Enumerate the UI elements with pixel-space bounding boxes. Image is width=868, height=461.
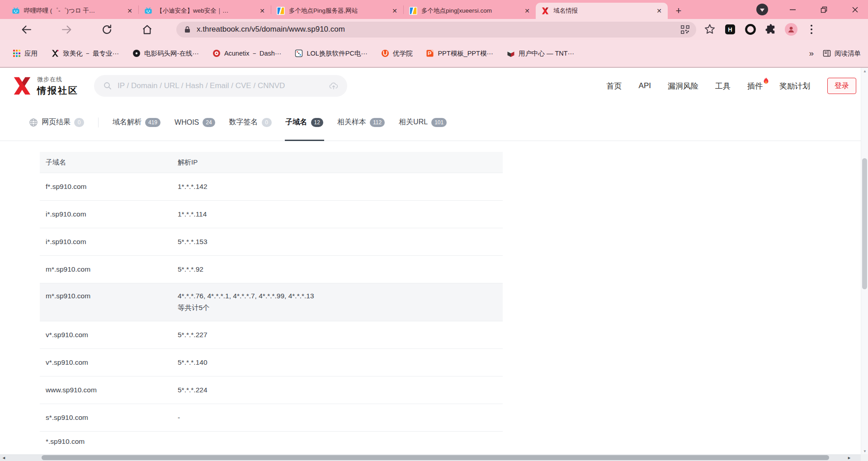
scroll-up-arrow[interactable]: ▲ <box>861 68 868 74</box>
result-tab-数字签名[interactable]: 数字签名 0 <box>229 104 272 141</box>
brand-line1: 微步在线 <box>37 75 79 84</box>
site-search-box[interactable] <box>94 75 347 97</box>
bookmarks-overflow-chevron[interactable]: » <box>809 48 813 58</box>
tab-close-icon[interactable]: ✕ <box>258 7 266 15</box>
address-bar[interactable]: x.threatbook.cn/v5/domain/www.sp910.com <box>176 22 696 38</box>
subdomain-cell: i*.sp910.com <box>40 238 178 246</box>
restore-button[interactable] <box>817 3 830 16</box>
bookmark-item[interactable]: LOL换肤软件PC电··· <box>295 49 368 58</box>
extension-o-icon[interactable] <box>744 23 757 36</box>
bookmark-item[interactable]: 优学院 <box>381 49 413 58</box>
result-tab-count-badge: 12 <box>311 118 323 127</box>
search-input[interactable] <box>118 81 324 90</box>
login-button[interactable]: 登录 <box>827 78 856 94</box>
browser-tab[interactable]: 多个地点Ping服务器,网站 ✕ <box>271 3 403 19</box>
col-header-ip: 解析IP <box>178 158 503 167</box>
scroll-right-arrow[interactable]: ► <box>845 454 853 461</box>
horizontal-scrollbar[interactable]: ◄ ► <box>0 454 861 461</box>
table-row[interactable]: m*.sp910.com 4*.*.*.76, 4*.*.*.1, 4*.*.*… <box>40 283 503 321</box>
table-row[interactable]: i*.sp910.com 1*.*.*.114 <box>40 201 503 228</box>
forward-button[interactable] <box>61 24 72 35</box>
minimize-button[interactable] <box>786 3 799 16</box>
flame-icon <box>763 77 769 84</box>
subdomain-cell: v*.sp910.com <box>40 358 178 367</box>
threatbook-icon <box>541 7 549 15</box>
bookmark-star-icon[interactable] <box>703 23 716 36</box>
tab-close-icon[interactable]: ✕ <box>391 7 399 15</box>
ip-cell: 5*.*.*.92 <box>178 265 503 273</box>
result-tab-相关样本[interactable]: 相关样本 112 <box>337 104 385 141</box>
result-tab-WHOIS[interactable]: WHOIS 24 <box>175 104 215 141</box>
vertical-scrollbar[interactable]: ▲ ▼ <box>861 68 868 454</box>
threatbook-page: 微步在线 情报社区 首页 API 漏洞风险 工具 插件 奖励计划 登录 网页结果… <box>0 68 868 453</box>
bookmark-item[interactable]: PPT模板_PPT模··· <box>426 49 493 58</box>
extension-h-icon[interactable]: H <box>724 23 736 36</box>
table-row[interactable]: s*.sp910.com - <box>40 404 503 432</box>
result-tab-label: 子域名 <box>286 118 307 127</box>
table-row[interactable]: f*.sp910.com 1*.*.*.142 <box>40 173 503 201</box>
tab-search-button[interactable] <box>756 4 768 15</box>
threatbook-logo[interactable]: 微步在线 情报社区 <box>12 75 79 97</box>
site-nav: 首页 API 漏洞风险 工具 插件 奖励计划 <box>607 81 810 91</box>
site-nav-item-首页[interactable]: 首页 <box>607 81 622 91</box>
site-nav-item-奖励计划[interactable]: 奖励计划 <box>779 81 810 91</box>
table-row[interactable]: m*.sp910.com 5*.*.*.92 <box>40 256 503 283</box>
bookmark-item[interactable]: 致美化 － 最专业··· <box>51 49 119 58</box>
horizontal-scroll-thumb[interactable] <box>42 455 829 460</box>
result-tab-子域名[interactable]: 子域名 12 <box>286 104 323 141</box>
cube-icon <box>507 49 515 57</box>
bookmark-item[interactable]: 电影码头网-在线··· <box>132 49 199 58</box>
upload-cloud-icon[interactable] <box>329 81 338 90</box>
url-text[interactable]: x.threatbook.cn/v5/domain/www.sp910.com <box>197 25 680 34</box>
movie-site-icon <box>132 49 141 57</box>
acunetix-icon <box>212 49 221 57</box>
scroll-down-arrow[interactable]: ▼ <box>861 448 868 454</box>
close-window-button[interactable] <box>848 3 862 16</box>
globe-icon <box>29 118 38 127</box>
vertical-scroll-thumb[interactable] <box>862 158 867 289</box>
ip-cell: 5*.*.*.153 <box>178 238 503 246</box>
ip-cell: - <box>178 414 503 422</box>
reload-button[interactable] <box>101 24 113 35</box>
uxueyuan-icon <box>381 49 389 57</box>
ip-cell: 5*.*.*.140 <box>178 358 503 367</box>
back-button[interactable] <box>21 24 32 35</box>
bookmark-item[interactable]: 应用 <box>13 49 38 58</box>
tab-title: 哔哩哔哩 (゜-゜)つロ 干… <box>24 7 122 15</box>
site-nav-item-插件[interactable]: 插件 <box>747 81 763 91</box>
bookmark-item[interactable]: 用户中心 — TNT··· <box>507 49 574 58</box>
result-tab-相关URL[interactable]: 相关URL 101 <box>399 104 447 141</box>
tab-close-icon[interactable]: ✕ <box>126 7 134 15</box>
site-nav-item-漏洞风险[interactable]: 漏洞风险 <box>668 81 698 91</box>
table-row[interactable]: i*.sp910.com 5*.*.*.153 <box>40 228 503 256</box>
ip-cell: 4*.*.*.76, 4*.*.*.1, 4*.*.*.7, 4*.*.*.99… <box>178 292 503 313</box>
result-tab-域名解析[interactable]: 域名解析 419 <box>113 104 160 141</box>
qr-code-icon[interactable] <box>680 25 690 34</box>
col-header-subdomain: 子域名 <box>40 158 178 167</box>
browser-tab[interactable]: 多个地点ping[xueersi.com ✕ <box>404 3 536 19</box>
site-nav-item-API[interactable]: API <box>639 81 651 90</box>
bilibili-icon <box>144 7 152 15</box>
lock-icon[interactable] <box>184 26 191 33</box>
bookmark-label: Acunetix － Dash··· <box>224 49 282 58</box>
site-nav-item-工具[interactable]: 工具 <box>715 81 731 91</box>
table-row[interactable]: v*.sp910.com 5*.*.*.140 <box>40 349 503 376</box>
profile-avatar[interactable] <box>785 23 797 36</box>
reading-list-button[interactable]: 阅读清单 <box>823 49 861 58</box>
new-tab-button[interactable]: + <box>672 5 685 17</box>
browser-tab[interactable]: 哔哩哔哩 (゜-゜)つロ 干… ✕ <box>6 3 138 19</box>
browser-menu-icon[interactable] <box>805 23 818 36</box>
table-row[interactable]: www.sp910.com 5*.*.*.224 <box>40 376 503 404</box>
extensions-puzzle-icon[interactable] <box>764 23 777 36</box>
home-button[interactable] <box>142 24 153 35</box>
browser-tab[interactable]: 域名情报 ✕ <box>536 3 668 19</box>
bookmark-label: PPT模板_PPT模··· <box>438 49 493 58</box>
tab-close-icon[interactable]: ✕ <box>523 7 531 15</box>
tab-close-icon[interactable]: ✕ <box>655 7 663 15</box>
browser-tab[interactable]: 【小迪安全】web安全｜… ✕ <box>139 3 271 19</box>
bookmark-item[interactable]: Acunetix － Dash··· <box>212 49 282 58</box>
ppt-icon <box>426 49 434 57</box>
result-tab-网页结果[interactable]: 网页结果 0 <box>29 104 84 141</box>
scroll-left-arrow[interactable]: ◄ <box>0 454 8 461</box>
table-row[interactable]: v*.sp910.com 5*.*.*.227 <box>40 321 503 349</box>
